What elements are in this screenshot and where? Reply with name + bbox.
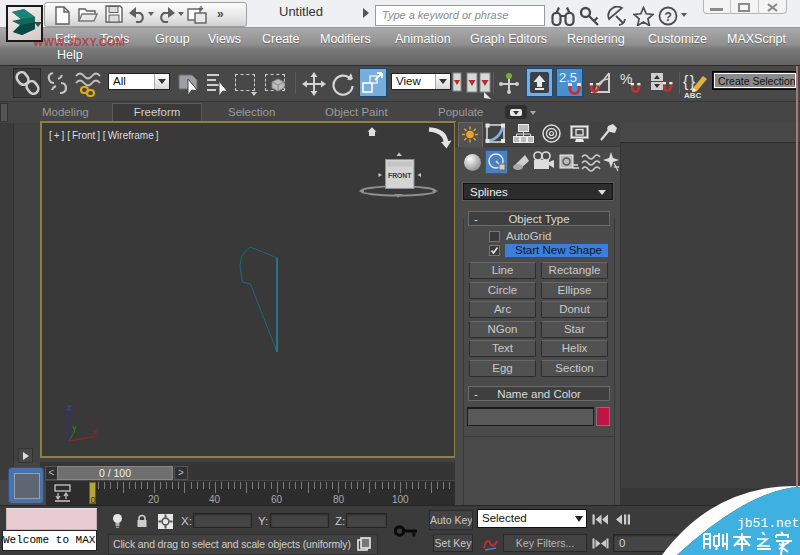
svg-text:FRONT: FRONT xyxy=(388,172,412,179)
svg-text:ABC: ABC xyxy=(684,91,702,100)
svg-text:20: 20 xyxy=(148,494,160,505)
svg-text:80: 80 xyxy=(333,494,345,505)
svg-text:%: % xyxy=(620,71,632,87)
svg-text:100: 100 xyxy=(392,494,409,505)
svg-text:60: 60 xyxy=(271,494,283,505)
svg-text:40: 40 xyxy=(209,494,221,505)
svg-text:?: ? xyxy=(665,10,672,24)
